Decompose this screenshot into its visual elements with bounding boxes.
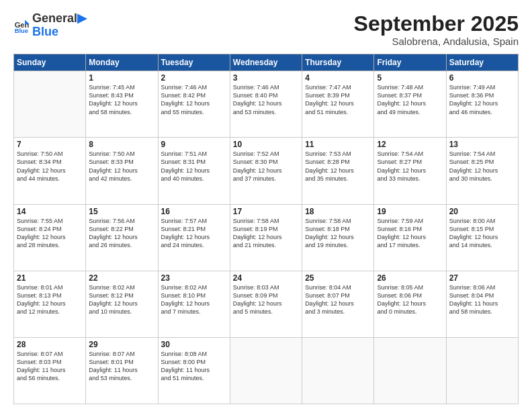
calendar-cell: 25Sunrise: 8:04 AM Sunset: 8:07 PM Dayli… (302, 271, 374, 337)
cell-info: Sunrise: 8:07 AM Sunset: 8:03 PM Dayligh… (17, 350, 83, 383)
cell-info: Sunrise: 7:55 AM Sunset: 8:24 PM Dayligh… (17, 217, 83, 250)
day-number: 19 (377, 207, 443, 216)
subtitle: Salobrena, Andalusia, Spain (354, 36, 519, 47)
logo-icon: Gen Blue (13, 17, 30, 34)
cell-info: Sunrise: 7:46 AM Sunset: 8:40 PM Dayligh… (233, 83, 299, 116)
page: Gen Blue General▶ Blue September 2025 Sa… (0, 0, 532, 411)
calendar-cell: 27Sunrise: 8:06 AM Sunset: 8:04 PM Dayli… (446, 271, 518, 337)
day-number: 13 (449, 140, 515, 149)
day-number: 29 (89, 340, 154, 349)
cell-info: Sunrise: 7:59 AM Sunset: 8:16 PM Dayligh… (377, 217, 443, 250)
day-number: 21 (17, 273, 83, 283)
title-block: September 2025 Salobrena, Andalusia, Spa… (354, 12, 519, 47)
cell-info: Sunrise: 8:07 AM Sunset: 8:01 PM Dayligh… (89, 350, 154, 383)
day-number: 17 (233, 207, 299, 216)
day-number: 3 (233, 73, 299, 83)
calendar-cell (14, 71, 86, 138)
calendar-cell (374, 337, 446, 404)
day-number: 24 (233, 273, 299, 283)
calendar-cell: 12Sunrise: 7:54 AM Sunset: 8:27 PM Dayli… (374, 138, 446, 204)
calendar-cell: 26Sunrise: 8:05 AM Sunset: 8:06 PM Dayli… (374, 271, 446, 337)
day-number: 27 (449, 273, 515, 283)
logo-text: General▶ Blue (32, 12, 87, 39)
day-number: 8 (89, 140, 154, 149)
day-number: 18 (305, 207, 371, 216)
day-number: 12 (377, 140, 443, 149)
day-number: 6 (449, 73, 515, 83)
day-number: 15 (89, 207, 154, 216)
day-number: 16 (161, 207, 227, 216)
calendar-cell: 19Sunrise: 7:59 AM Sunset: 8:16 PM Dayli… (374, 204, 446, 271)
cell-info: Sunrise: 7:50 AM Sunset: 8:33 PM Dayligh… (89, 150, 154, 183)
weekday-header-friday: Friday (374, 54, 446, 71)
cell-info: Sunrise: 7:49 AM Sunset: 8:36 PM Dayligh… (449, 83, 515, 116)
calendar-cell: 22Sunrise: 8:02 AM Sunset: 8:12 PM Dayli… (86, 271, 158, 337)
cell-info: Sunrise: 7:45 AM Sunset: 8:43 PM Dayligh… (89, 83, 154, 116)
calendar-cell (302, 337, 374, 404)
week-row-5: 28Sunrise: 8:07 AM Sunset: 8:03 PM Dayli… (14, 337, 519, 404)
day-number: 25 (305, 273, 371, 283)
cell-info: Sunrise: 8:03 AM Sunset: 8:09 PM Dayligh… (233, 283, 299, 316)
weekday-header-thursday: Thursday (302, 54, 374, 71)
week-row-4: 21Sunrise: 8:01 AM Sunset: 8:13 PM Dayli… (14, 271, 519, 337)
week-row-2: 7Sunrise: 7:50 AM Sunset: 8:34 PM Daylig… (14, 138, 519, 204)
cell-info: Sunrise: 7:57 AM Sunset: 8:21 PM Dayligh… (161, 217, 227, 250)
cell-info: Sunrise: 7:50 AM Sunset: 8:34 PM Dayligh… (17, 150, 83, 183)
day-number: 4 (305, 73, 371, 83)
calendar-cell: 23Sunrise: 8:02 AM Sunset: 8:10 PM Dayli… (158, 271, 230, 337)
cell-info: Sunrise: 7:52 AM Sunset: 8:30 PM Dayligh… (233, 150, 299, 183)
cell-info: Sunrise: 8:08 AM Sunset: 8:00 PM Dayligh… (161, 350, 227, 383)
calendar-cell (230, 337, 302, 404)
week-row-3: 14Sunrise: 7:55 AM Sunset: 8:24 PM Dayli… (14, 204, 519, 271)
day-number: 26 (377, 273, 443, 283)
calendar-cell: 1Sunrise: 7:45 AM Sunset: 8:43 PM Daylig… (86, 71, 158, 138)
calendar-cell: 24Sunrise: 8:03 AM Sunset: 8:09 PM Dayli… (230, 271, 302, 337)
weekday-header-monday: Monday (86, 54, 158, 71)
cell-info: Sunrise: 8:05 AM Sunset: 8:06 PM Dayligh… (377, 283, 443, 316)
cell-info: Sunrise: 8:02 AM Sunset: 8:10 PM Dayligh… (161, 283, 227, 316)
calendar-cell (446, 337, 518, 404)
calendar-cell: 7Sunrise: 7:50 AM Sunset: 8:34 PM Daylig… (14, 138, 86, 204)
cell-info: Sunrise: 7:58 AM Sunset: 8:18 PM Dayligh… (305, 217, 371, 250)
weekday-header-wednesday: Wednesday (230, 54, 302, 71)
header: Gen Blue General▶ Blue September 2025 Sa… (13, 12, 519, 47)
day-number: 10 (233, 140, 299, 149)
calendar-cell: 8Sunrise: 7:50 AM Sunset: 8:33 PM Daylig… (86, 138, 158, 204)
cell-info: Sunrise: 7:51 AM Sunset: 8:31 PM Dayligh… (161, 150, 227, 183)
cell-info: Sunrise: 7:48 AM Sunset: 8:37 PM Dayligh… (377, 83, 443, 116)
calendar-cell: 6Sunrise: 7:49 AM Sunset: 8:36 PM Daylig… (446, 71, 518, 138)
day-number: 22 (89, 273, 154, 283)
calendar-cell: 21Sunrise: 8:01 AM Sunset: 8:13 PM Dayli… (14, 271, 86, 337)
calendar-cell: 14Sunrise: 7:55 AM Sunset: 8:24 PM Dayli… (14, 204, 86, 271)
cell-info: Sunrise: 8:02 AM Sunset: 8:12 PM Dayligh… (89, 283, 154, 316)
cell-info: Sunrise: 7:54 AM Sunset: 8:27 PM Dayligh… (377, 150, 443, 183)
month-title: September 2025 (354, 12, 519, 36)
cell-info: Sunrise: 7:53 AM Sunset: 8:28 PM Dayligh… (305, 150, 371, 183)
calendar-cell: 15Sunrise: 7:56 AM Sunset: 8:22 PM Dayli… (86, 204, 158, 271)
weekday-header-saturday: Saturday (446, 54, 518, 71)
week-row-1: 1Sunrise: 7:45 AM Sunset: 8:43 PM Daylig… (14, 71, 519, 138)
day-number: 2 (161, 73, 227, 83)
calendar-cell: 2Sunrise: 7:46 AM Sunset: 8:42 PM Daylig… (158, 71, 230, 138)
cell-info: Sunrise: 8:01 AM Sunset: 8:13 PM Dayligh… (17, 283, 83, 316)
weekday-header-sunday: Sunday (14, 54, 86, 71)
cell-info: Sunrise: 7:46 AM Sunset: 8:42 PM Dayligh… (161, 83, 227, 116)
calendar-cell: 9Sunrise: 7:51 AM Sunset: 8:31 PM Daylig… (158, 138, 230, 204)
calendar-cell: 18Sunrise: 7:58 AM Sunset: 8:18 PM Dayli… (302, 204, 374, 271)
cell-info: Sunrise: 8:04 AM Sunset: 8:07 PM Dayligh… (305, 283, 371, 316)
calendar-cell: 30Sunrise: 8:08 AM Sunset: 8:00 PM Dayli… (158, 337, 230, 404)
day-number: 7 (17, 140, 83, 149)
cell-info: Sunrise: 8:00 AM Sunset: 8:15 PM Dayligh… (449, 217, 515, 250)
day-number: 30 (161, 340, 227, 349)
svg-text:Blue: Blue (15, 27, 28, 34)
day-number: 23 (161, 273, 227, 283)
calendar-cell: 29Sunrise: 8:07 AM Sunset: 8:01 PM Dayli… (86, 337, 158, 404)
calendar-cell: 17Sunrise: 7:58 AM Sunset: 8:19 PM Dayli… (230, 204, 302, 271)
calendar-cell: 4Sunrise: 7:47 AM Sunset: 8:39 PM Daylig… (302, 71, 374, 138)
calendar-cell: 16Sunrise: 7:57 AM Sunset: 8:21 PM Dayli… (158, 204, 230, 271)
cell-info: Sunrise: 8:06 AM Sunset: 8:04 PM Dayligh… (449, 283, 515, 316)
calendar-cell: 28Sunrise: 8:07 AM Sunset: 8:03 PM Dayli… (14, 337, 86, 404)
cell-info: Sunrise: 7:54 AM Sunset: 8:25 PM Dayligh… (449, 150, 515, 183)
day-number: 5 (377, 73, 443, 83)
cell-info: Sunrise: 7:56 AM Sunset: 8:22 PM Dayligh… (89, 217, 154, 250)
